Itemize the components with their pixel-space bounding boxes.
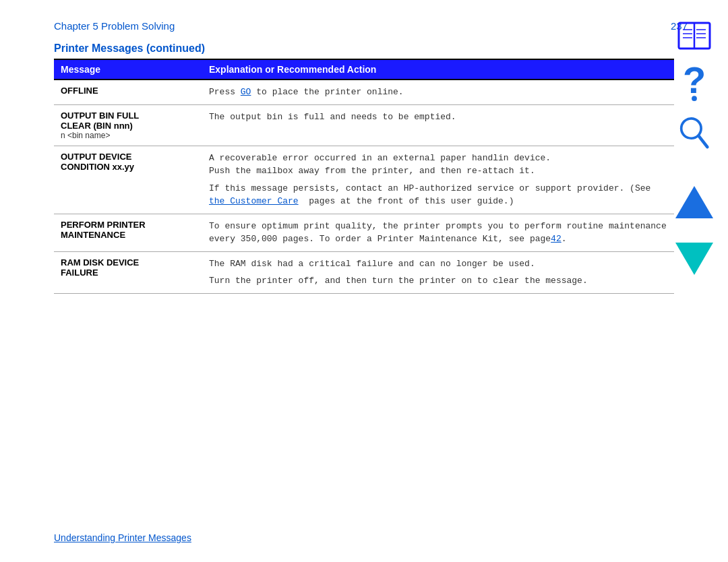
- question-icon[interactable]: ?: [681, 65, 708, 101]
- message-cell: PERFORM PRINTERMAINTENANCE: [54, 214, 202, 251]
- table-row: RAM DISK DEVICEFAILURE The RAM disk had …: [54, 251, 674, 293]
- svg-marker-12: [675, 186, 713, 218]
- explanation-cell: The output bin is full and needs to be e…: [202, 104, 674, 146]
- explanation-cell: To ensure optimum print quality, the pri…: [202, 214, 674, 251]
- col-message-header: Message: [54, 59, 202, 80]
- arrow-down-icon[interactable]: [674, 241, 715, 276]
- message-cell: OUTPUT DEVICECONDITION xx.yy: [54, 146, 202, 214]
- chapter-title: Chapter 5 Problem Solving: [54, 20, 175, 32]
- extra-paragraph: Turn the printer off, and then turn the …: [209, 274, 667, 288]
- table-row: PERFORM PRINTERMAINTENANCE To ensure opt…: [54, 214, 674, 251]
- footer-link[interactable]: Understanding Printer Messages: [54, 532, 191, 543]
- sub-label: n <bin name>: [61, 131, 195, 140]
- messages-table: Message Explanation or Recommended Actio…: [54, 59, 674, 294]
- book-icon[interactable]: [676, 20, 712, 51]
- section-title: Printer Messages (continued): [54, 42, 688, 55]
- svg-line-11: [698, 136, 707, 148]
- customer-care-link[interactable]: the Customer Care: [209, 196, 299, 206]
- svg-marker-13: [675, 243, 713, 275]
- table-row: OFFLINE Press GO to place the printer on…: [54, 80, 674, 104]
- sidebar-icons: ?: [674, 20, 715, 279]
- message-cell: OUTPUT BIN FULLCLEAR (BIN nnn) n <bin na…: [54, 104, 202, 146]
- table-row: OUTPUT BIN FULLCLEAR (BIN nnn) n <bin na…: [54, 104, 674, 146]
- go-link[interactable]: GO: [241, 87, 251, 97]
- extra-paragraph: If this message persists, contact an HP-…: [209, 182, 667, 208]
- message-cell: RAM DISK DEVICEFAILURE: [54, 251, 202, 293]
- page42-link[interactable]: 42: [551, 234, 562, 244]
- svg-point-9: [692, 96, 697, 101]
- page-header: Chapter 5 Problem Solving 237: [54, 20, 688, 32]
- col-explanation-header: Explanation or Recommended Action: [202, 59, 674, 80]
- explanation-cell: The RAM disk had a critical failure and …: [202, 251, 674, 293]
- magnifier-icon[interactable]: [679, 115, 710, 151]
- arrow-up-icon[interactable]: [674, 185, 715, 220]
- table-row: OUTPUT DEVICECONDITION xx.yy A recoverab…: [54, 146, 674, 214]
- page-container: Chapter 5 Problem Solving 237 Printer Me…: [0, 0, 728, 562]
- explanation-cell: Press GO to place the printer online.: [202, 80, 674, 104]
- message-cell: OFFLINE: [54, 80, 202, 104]
- svg-text:?: ?: [683, 65, 706, 101]
- explanation-cell: A recoverable error occurred in an exter…: [202, 146, 674, 214]
